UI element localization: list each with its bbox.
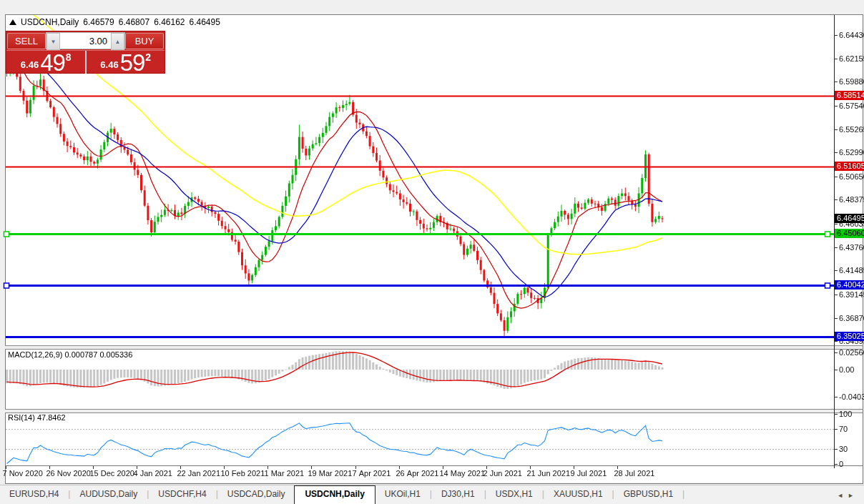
close-value: 6.46495 xyxy=(190,17,220,27)
tab-scroll-right-icon[interactable]: ► xyxy=(848,492,858,499)
tab-scroll-arrows[interactable]: ◄► xyxy=(837,492,858,499)
buy-price-sup: 2 xyxy=(145,51,151,63)
tab-separator: | xyxy=(682,485,684,499)
tab-gbpusd-h1[interactable]: GBPUSD,H1 xyxy=(614,485,682,504)
sell-price-prefix: 6.46 xyxy=(21,59,39,73)
low-value: 6.46162 xyxy=(154,17,185,27)
open-value: 6.46579 xyxy=(83,17,114,27)
tab-usdchf-h4[interactable]: USDCHF,H4 xyxy=(149,485,215,504)
sell-price-tile[interactable]: 6.46 49 8 xyxy=(6,51,85,74)
volume-spinner: ▼ ▲ xyxy=(46,32,125,49)
rsi-header: RSI(14) 47.8462 xyxy=(8,413,66,422)
tab-eurusd-h4[interactable]: EURUSD,H4 xyxy=(0,485,68,504)
high-value: 6.46807 xyxy=(119,17,149,27)
tab-usdcnh-daily[interactable]: USDCNH,Daily xyxy=(294,485,375,504)
buy-button[interactable]: BUY xyxy=(125,33,164,49)
tab-ukoil-h1[interactable]: UKOil,H1 xyxy=(375,485,430,504)
sell-price-big: 49 xyxy=(40,53,65,73)
sell-button[interactable]: SELL xyxy=(7,33,46,49)
support-badge-blue-2: 6.35025 xyxy=(835,332,864,341)
buy-price-big: 59 xyxy=(120,53,145,73)
buy-price-tile[interactable]: 6.46 59 2 xyxy=(85,51,165,74)
sell-price-sup: 8 xyxy=(66,51,72,63)
tab-dj30-h1[interactable]: DJ30,H1 xyxy=(432,485,484,504)
volume-input[interactable] xyxy=(60,33,111,49)
resistance-badge-1: 6.58514 xyxy=(835,91,864,100)
macd-header: MACD(12,26,9) 0.000787 0.005336 xyxy=(8,350,132,359)
chart-info-line: USDCNH,Daily 6.46579 6.46807 6.46162 6.4… xyxy=(9,17,220,27)
tab-xauusd-h1[interactable]: XAUUSD,H1 xyxy=(544,485,612,504)
one-click-trading-panel: SELL ▼ ▲ BUY 6.46 49 8 6.46 59 2 xyxy=(6,31,165,74)
tab-scroll-left-icon[interactable]: ◄ xyxy=(837,492,848,499)
tab-audusd-daily[interactable]: AUDUSD,Daily xyxy=(70,485,147,504)
resistance-badge-2: 6.51605 xyxy=(835,162,864,171)
chart-symbol-label: USDCNH,Daily xyxy=(21,17,79,27)
volume-decrease-button[interactable]: ▼ xyxy=(46,33,60,50)
buy-price-prefix: 6.46 xyxy=(100,59,118,73)
chart-tab-bar: EURUSD,H4 | AUDUSD,Daily | USDCHF,H4 | U… xyxy=(0,485,864,504)
current-price-badge: 6.46495 xyxy=(835,214,864,223)
volume-increase-button[interactable]: ▲ xyxy=(111,33,124,50)
support-badge-blue-1: 6.40042 xyxy=(835,280,864,290)
trading-terminal: 5 M30 H1 H4 D1 W1 MN USDCNH,Daily 6.4657… xyxy=(0,0,864,504)
tab-usdcad-daily[interactable]: USDCAD,Daily xyxy=(218,485,295,504)
expand-triangle-icon[interactable] xyxy=(9,19,16,25)
support-badge-green: 6.45060 xyxy=(835,229,864,238)
tab-usdx-h1[interactable]: USDX,H1 xyxy=(486,485,542,504)
